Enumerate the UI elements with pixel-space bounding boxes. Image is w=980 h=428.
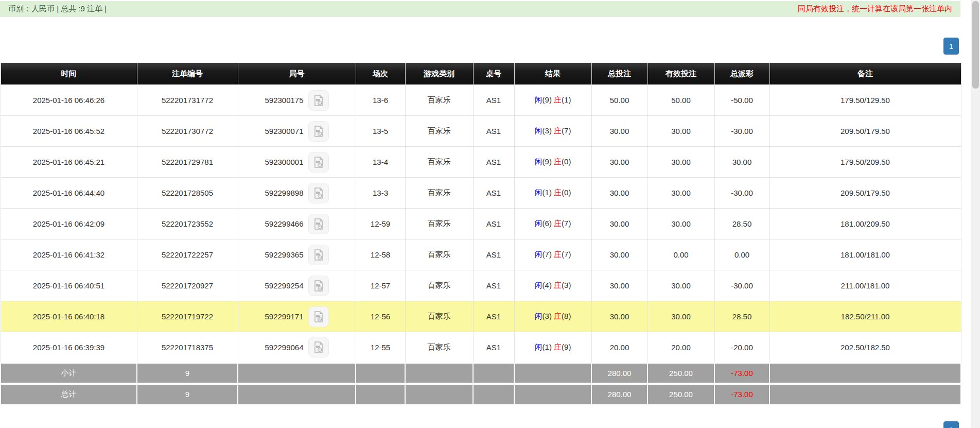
banker-result-points: (9) [562,343,571,351]
cell-round: 592299466 [238,209,356,239]
cell-total-bet[interactable]: 30.00 [591,301,647,332]
total-payout: -73.00 [714,384,769,404]
video-replay-button[interactable] [308,183,329,203]
cell-table-no: AS1 [473,85,514,116]
cell-table-no: AS1 [473,147,514,178]
video-replay-button[interactable] [308,214,329,234]
pagination-page-1-top[interactable]: 1 [943,38,959,55]
cell-total-bet[interactable]: 50.00 [591,85,647,116]
video-replay-button[interactable] [308,276,329,296]
banker-result-label: 庄 [554,95,562,104]
cell-game-type: 百家乐 [405,332,473,363]
cell-payout: -30.00 [714,178,769,209]
cell-table-no: AS1 [473,209,514,239]
video-replay-button[interactable] [308,306,329,327]
col-header-remark: 备注 [769,63,961,85]
total-count: 9 [137,384,238,404]
cell-time: 2025-01-16 06:39:39 [1,332,137,363]
table-row: 2025-01-16 06:40:51 522201720927 5922992… [1,270,961,301]
cell-total-bet[interactable]: 30.00 [591,147,647,178]
player-result-points: (7) [542,250,552,259]
cell-result: 闲(3) 庄(8) [514,301,591,332]
video-replay-button[interactable] [308,337,329,357]
video-file-icon [312,94,325,107]
video-replay-button[interactable] [308,121,329,142]
col-header-payout: 总派彩 [714,63,769,85]
player-result-points: (3) [542,126,552,135]
cell-game-type: 百家乐 [405,209,473,239]
cell-session: 13-3 [356,178,405,209]
scrollbar-thumb[interactable] [972,1,979,89]
player-result-points: (1) [542,343,552,351]
cell-remark: 181.00/181.00 [769,239,961,270]
round-number: 592299171 [265,312,303,321]
cell-remark: 179.50/209.50 [769,147,961,178]
cell-time: 2025-01-16 06:40:18 [1,301,137,332]
banker-result-points: (7) [562,126,571,135]
banker-result-label: 庄 [554,126,562,135]
table-row: 2025-01-16 06:45:21 522201729781 5923000… [1,147,961,178]
round-number: 592299365 [265,250,303,259]
video-file-icon [312,156,325,169]
cell-game-type: 百家乐 [405,116,473,147]
table-row: 2025-01-16 06:45:52 522201730772 5923000… [1,116,961,147]
cell-result: 闲(3) 庄(7) [514,116,591,147]
cell-session: 13-6 [356,85,405,116]
video-file-icon [312,125,325,138]
banker-result-label: 庄 [554,281,562,289]
cell-payout: -50.00 [714,85,769,116]
cell-result: 闲(7) 庄(7) [514,239,591,270]
cell-time: 2025-01-16 06:44:40 [1,178,137,209]
cell-valid-bet: 20.00 [647,332,714,363]
banker-result-points: (7) [562,250,571,259]
player-result-label: 闲 [535,126,542,135]
col-header-time: 时间 [1,63,137,85]
video-replay-button[interactable] [308,90,329,111]
col-header-round: 局号 [238,63,356,85]
subtotal-total-bet: 280.00 [591,363,647,384]
cell-total-bet[interactable]: 30.00 [591,116,647,147]
cell-result: 闲(4) 庄(3) [514,270,591,301]
table-row: 2025-01-16 06:39:39 522201718375 5922990… [1,332,961,363]
cell-session: 12-58 [356,239,405,270]
col-header-session: 场次 [356,63,405,85]
player-result-points: (3) [542,312,552,320]
cell-game-type: 百家乐 [405,147,473,178]
cell-session: 12-55 [356,332,405,363]
cell-total-bet[interactable]: 20.00 [591,332,647,363]
cell-game-type: 百家乐 [405,239,473,270]
player-result-label: 闲 [535,312,542,320]
cell-bet-id: 522201731772 [137,85,238,116]
cell-result: 闲(9) 庄(1) [514,85,591,116]
cell-valid-bet: 30.00 [647,270,714,301]
player-result-points: (6) [542,219,552,228]
banker-result-points: (1) [562,95,571,104]
video-replay-button[interactable] [308,245,329,265]
total-label: 总计 [1,384,137,404]
round-number: 592300001 [265,158,303,166]
cell-total-bet[interactable]: 30.00 [591,239,647,270]
banker-result-label: 庄 [554,157,562,166]
cell-round: 592300071 [238,116,356,147]
round-number: 592299064 [265,343,303,352]
video-replay-button[interactable] [308,152,329,173]
cell-table-no: AS1 [473,270,514,301]
bet-records-table: 时间 注单编号 局号 场次 游戏类别 桌号 结果 总投注 有效投注 总派彩 备注… [0,63,961,404]
cell-payout: -30.00 [714,116,769,147]
banker-result-points: (0) [562,188,571,197]
cell-game-type: 百家乐 [405,301,473,332]
cell-session: 12-59 [356,209,405,239]
cell-session: 12-56 [356,301,405,332]
cell-total-bet[interactable]: 30.00 [591,178,647,209]
banker-result-points: (8) [562,312,571,320]
cell-valid-bet: 30.00 [647,209,714,239]
cell-total-bet[interactable]: 30.00 [591,209,647,239]
col-header-total-bet: 总投注 [591,63,647,85]
banker-result-label: 庄 [554,188,562,197]
cell-valid-bet: 30.00 [647,301,714,332]
vertical-scrollbar[interactable] [971,0,980,428]
cell-result: 闲(6) 庄(7) [514,209,591,239]
pagination-page-1-bottom[interactable]: 1 [943,421,959,428]
cell-total-bet[interactable]: 30.00 [591,270,647,301]
cell-table-no: AS1 [473,239,514,270]
